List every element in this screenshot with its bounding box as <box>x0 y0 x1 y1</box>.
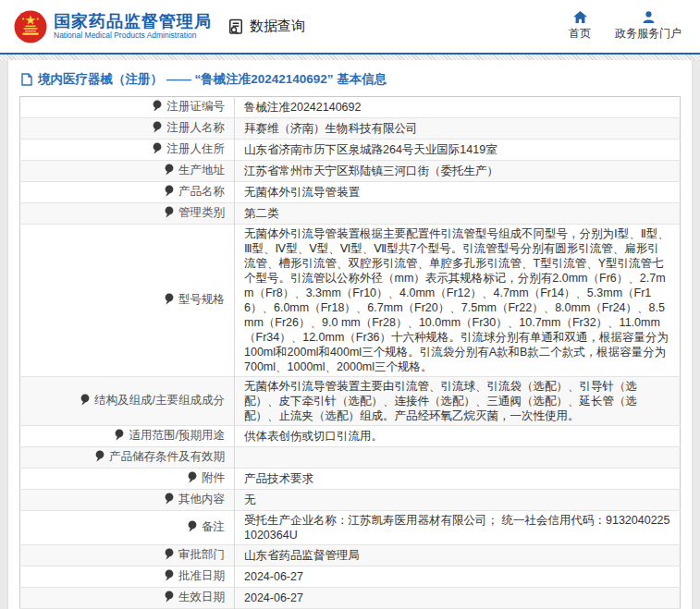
field-value-cell: 供体表创伤或切口引流用。 <box>235 426 681 447</box>
field-value-cell: 第二类 <box>235 203 681 225</box>
field-label-cell: 注册证编号 <box>20 97 235 118</box>
field-value: 无 <box>244 493 256 506</box>
content-panel: 境内医疗器械（注册） —— “鲁械注准20242140692” 基本信息 注册证… <box>7 60 693 609</box>
field-value: 无菌体外引流导管装置主要由引流管、引流球、引流袋（选配）、引导针（选配）、皮下牵… <box>244 380 637 422</box>
field-label: 其他内容 <box>178 493 225 505</box>
table-row: 适用范围/预期用途 供体表创伤或切口引流用。 <box>20 426 681 447</box>
table-row: 审批部门 山东省药品监督管理局 <box>20 545 681 566</box>
field-label-cell: 审批部门 <box>20 545 235 566</box>
nav-portal-label: 政务服务门户 <box>615 26 682 42</box>
note-balloon-icon <box>165 569 174 585</box>
field-value-cell: 产品技术要求 <box>235 469 681 490</box>
field-label-cell: 管理类别 <box>20 203 235 225</box>
field-value-cell: 无 <box>235 490 681 511</box>
table-row: 其他内容 无 <box>20 490 681 511</box>
field-label-cell: 型号规格 <box>20 225 235 377</box>
table-row: 生产地址 江苏省常州市天宁区郑陆镇三河口街（委托生产） <box>20 161 681 182</box>
field-value-cell: 无菌体外引流导管装置根据主要配置件引流管型号组成不同型号，分别为Ⅰ型、Ⅱ型、Ⅲ型… <box>235 225 681 377</box>
home-icon <box>573 11 587 23</box>
field-value: 鲁械注准20242140692 <box>244 101 361 114</box>
field-value: 产品技术要求 <box>244 472 313 485</box>
field-value-cell: 2024-06-27 <box>235 566 681 588</box>
breadcrumb-text: 境内医疗器械（注册） —— “鲁械注准20242140692” 基本信息 <box>38 71 387 88</box>
note-balloon-icon <box>80 394 90 409</box>
nav-home-label: 首页 <box>569 26 591 42</box>
table-row: 批准日期 2024-06-27 <box>20 566 681 588</box>
data-query-tab[interactable]: 数据查询 <box>227 18 305 36</box>
field-value-cell: 拜赛维（济南）生物科技有限公司 <box>235 118 681 140</box>
field-value: 山东省药品监督管理局 <box>244 549 360 562</box>
table-row: 产品名称 无菌体外引流导管装置 <box>20 182 681 203</box>
field-value-cell <box>235 447 681 469</box>
field-label: 适用范围/预期用途 <box>129 429 225 442</box>
field-value-cell: 鲁械注准20242140692 <box>235 97 681 118</box>
table-row: 结构及组成/主要组成成分 无菌体外引流导管装置主要由引流管、引流球、引流袋（选配… <box>20 377 681 426</box>
note-balloon-icon <box>188 471 197 487</box>
field-value: 拜赛维（济南）生物科技有限公司 <box>244 122 418 135</box>
field-label-cell: 生产地址 <box>20 161 235 182</box>
brand-logo-link[interactable]: 国家药品监督管理局 National Medical Products Admi… <box>14 10 212 43</box>
site-subtitle: National Medical Products Administration <box>54 31 212 41</box>
nav-portal[interactable]: 政务服务门户 <box>615 11 682 42</box>
table-row: 型号规格 无菌体外引流导管装置根据主要配置件引流管型号组成不同型号，分别为Ⅰ型、… <box>20 225 681 377</box>
field-value: 江苏省常州市天宁区郑陆镇三河口街（委托生产） <box>244 164 498 177</box>
nav-home[interactable]: 首页 <box>569 11 591 42</box>
field-label: 注册证编号 <box>167 100 226 113</box>
table-row: 产品储存条件及有效期 <box>20 447 681 469</box>
field-label: 生效日期 <box>178 591 225 603</box>
table-row: 管理类别 第二类 <box>20 203 681 225</box>
header-nav: 首页 政务服务门户 <box>569 11 689 42</box>
field-label-cell: 批准日期 <box>20 566 235 588</box>
field-value-cell: 无菌体外引流导管装置 <box>235 182 681 203</box>
field-value: 2024-06-27 <box>244 570 303 583</box>
table-row: 生效日期 2024-06-27 <box>20 588 681 609</box>
field-value: 第二类 <box>244 207 279 220</box>
note-balloon-icon <box>165 185 174 201</box>
field-value: 无菌体外引流导管装置根据主要配置件引流管型号组成不同型号，分别为Ⅰ型、Ⅱ型、Ⅲ型… <box>244 227 669 373</box>
field-label: 批准日期 <box>178 569 225 582</box>
field-label: 附件 <box>202 471 225 484</box>
note-balloon-icon <box>165 493 174 508</box>
note-balloon-icon <box>165 164 174 179</box>
field-label: 注册人名称 <box>167 121 226 134</box>
note-balloon-icon <box>165 293 174 309</box>
field-value: 供体表创伤或切口引流用。 <box>244 430 383 443</box>
field-value-cell: 2024-06-27 <box>235 588 681 609</box>
note-balloon-icon <box>165 591 174 606</box>
data-query-label: 数据查询 <box>250 18 305 35</box>
note-balloon-icon <box>153 100 162 116</box>
document-search-icon <box>227 18 245 36</box>
note-balloon-icon <box>165 206 174 222</box>
note-balloon-icon <box>153 142 162 158</box>
field-label-cell: 附件 <box>20 469 235 490</box>
note-balloon-icon <box>165 548 174 564</box>
note-balloon-icon <box>115 429 124 445</box>
field-label-cell: 备注 <box>20 511 235 545</box>
table-row: 注册人名称 拜赛维（济南）生物科技有限公司 <box>20 118 681 140</box>
field-label-cell: 生效日期 <box>20 588 235 609</box>
table-row: 备注 受托生产企业名称：江苏凯寿医用器材有限公司； 统一社会信用代码：91320… <box>20 511 681 545</box>
note-balloon-icon <box>188 520 197 536</box>
field-value <box>244 451 247 464</box>
field-label-cell: 适用范围/预期用途 <box>20 426 235 447</box>
registration-info-table: 注册证编号 鲁械注准20242140692 注册人名称 拜赛维（济南）生物科技有… <box>19 96 681 609</box>
table-row: 注册证编号 鲁械注准20242140692 <box>20 97 681 118</box>
field-label: 审批部门 <box>178 548 225 561</box>
field-label-cell: 注册人住所 <box>20 140 235 161</box>
note-balloon-icon <box>153 121 162 137</box>
field-label: 生产地址 <box>178 164 225 177</box>
field-value-cell: 无菌体外引流导管装置主要由引流管、引流球、引流袋（选配）、引导针（选配）、皮下牵… <box>235 377 681 426</box>
field-label-cell: 产品名称 <box>20 182 235 203</box>
field-label: 注册人住所 <box>167 142 226 155</box>
breadcrumb: 境内医疗器械（注册） —— “鲁械注准20242140692” 基本信息 <box>8 60 692 96</box>
site-title: 国家药品监督管理局 <box>54 12 212 31</box>
field-value: 山东省济南市历下区泉城路264号天业国际1419室 <box>244 143 497 156</box>
field-value: 2024-06-27 <box>244 591 303 604</box>
nmpa-emblem-logo <box>14 10 47 43</box>
field-value-cell: 山东省济南市历下区泉城路264号天业国际1419室 <box>235 140 681 161</box>
field-value: 无菌体外引流导管装置 <box>244 186 360 199</box>
field-label: 产品储存条件及有效期 <box>109 450 225 463</box>
field-label-cell: 注册人名称 <box>20 118 235 140</box>
field-label: 产品名称 <box>178 185 225 198</box>
field-value-cell: 江苏省常州市天宁区郑陆镇三河口街（委托生产） <box>235 161 681 182</box>
